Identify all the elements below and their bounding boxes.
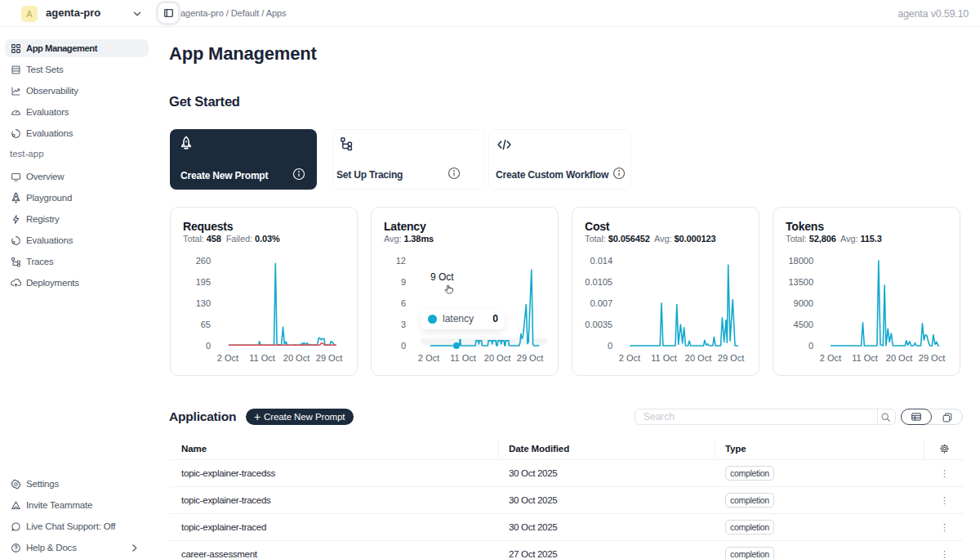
- svg-text:12: 12: [396, 256, 406, 266]
- svg-text:20 Oct: 20 Oct: [886, 353, 912, 363]
- svg-text:0.0035: 0.0035: [585, 320, 612, 329]
- svg-text:2 Oct: 2 Oct: [820, 353, 841, 363]
- svg-text:9000: 9000: [794, 298, 813, 308]
- svg-text:260: 260: [196, 256, 211, 266]
- svg-text:18000: 18000: [788, 256, 813, 266]
- svg-text:0: 0: [608, 341, 612, 351]
- svg-text:2 Oct: 2 Oct: [619, 353, 640, 363]
- svg-text:0: 0: [206, 341, 211, 351]
- svg-text:20 Oct: 20 Oct: [283, 353, 310, 363]
- svg-text:6: 6: [401, 298, 406, 308]
- svg-text:11 Oct: 11 Oct: [651, 353, 677, 363]
- svg-text:0.014: 0.014: [590, 256, 612, 266]
- svg-text:11 Oct: 11 Oct: [249, 353, 275, 363]
- svg-text:0: 0: [401, 341, 406, 351]
- svg-text:29 Oct: 29 Oct: [517, 353, 543, 363]
- svg-text:3: 3: [401, 320, 406, 329]
- svg-text:11 Oct: 11 Oct: [852, 353, 878, 363]
- svg-text:130: 130: [196, 298, 211, 308]
- svg-text:13500: 13500: [788, 277, 813, 287]
- svg-text:29 Oct: 29 Oct: [316, 353, 342, 363]
- svg-text:2 Oct: 2 Oct: [217, 353, 238, 363]
- svg-text:0.0105: 0.0105: [585, 277, 612, 287]
- svg-text:2 Oct: 2 Oct: [418, 353, 439, 363]
- svg-text:0.007: 0.007: [590, 298, 612, 308]
- svg-text:4500: 4500: [794, 320, 813, 329]
- svg-text:9: 9: [401, 277, 406, 287]
- svg-text:195: 195: [196, 277, 211, 287]
- svg-text:65: 65: [201, 320, 211, 329]
- svg-text:0: 0: [808, 341, 813, 351]
- svg-text:29 Oct: 29 Oct: [718, 353, 744, 363]
- svg-text:20 Oct: 20 Oct: [685, 353, 711, 363]
- svg-text:29 Oct: 29 Oct: [919, 353, 945, 363]
- svg-text:11 Oct: 11 Oct: [450, 353, 476, 363]
- svg-text:20 Oct: 20 Oct: [484, 353, 510, 363]
